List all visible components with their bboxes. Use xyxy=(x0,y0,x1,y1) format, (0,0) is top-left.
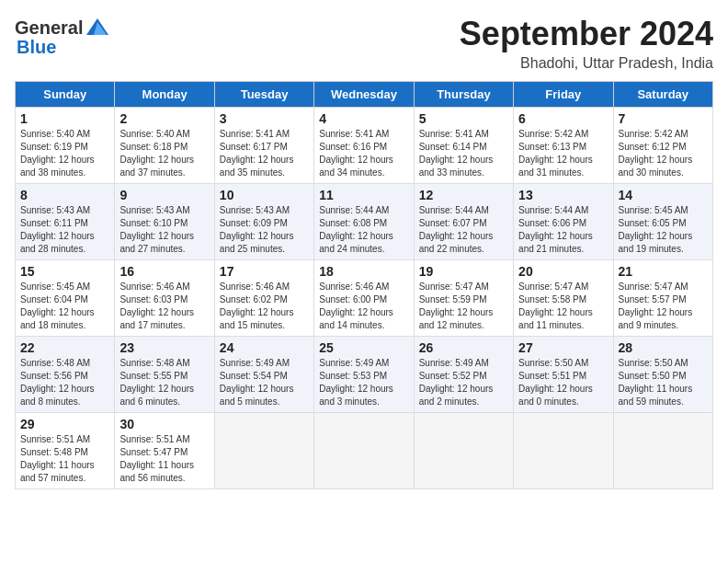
day-number: 22 xyxy=(20,340,109,355)
calendar-cell xyxy=(613,413,712,489)
calendar-header-sunday: Sunday xyxy=(16,82,115,108)
calendar-row-5: 29Sunrise: 5:51 AM Sunset: 5:48 PM Dayli… xyxy=(16,413,713,489)
day-number: 29 xyxy=(20,417,109,431)
calendar-cell: 12Sunrise: 5:44 AM Sunset: 6:07 PM Dayli… xyxy=(414,184,513,260)
day-number: 8 xyxy=(20,188,109,202)
day-number: 7 xyxy=(619,111,708,126)
calendar-cell: 7Sunrise: 5:42 AM Sunset: 6:12 PM Daylig… xyxy=(613,108,712,184)
day-info: Sunrise: 5:51 AM Sunset: 5:47 PM Dayligh… xyxy=(119,433,209,485)
calendar-cell: 20Sunrise: 5:47 AM Sunset: 5:58 PM Dayli… xyxy=(514,260,613,337)
day-number: 23 xyxy=(119,340,209,355)
day-info: Sunrise: 5:43 AM Sunset: 6:10 PM Dayligh… xyxy=(119,204,209,256)
calendar-cell: 28Sunrise: 5:50 AM Sunset: 5:50 PM Dayli… xyxy=(613,337,712,413)
day-number: 26 xyxy=(419,340,508,355)
day-number: 16 xyxy=(119,264,209,279)
calendar-cell: 18Sunrise: 5:46 AM Sunset: 6:00 PM Dayli… xyxy=(314,260,414,337)
day-number: 1 xyxy=(20,111,109,126)
day-info: Sunrise: 5:42 AM Sunset: 6:12 PM Dayligh… xyxy=(619,128,708,179)
calendar-row-4: 22Sunrise: 5:48 AM Sunset: 5:56 PM Dayli… xyxy=(16,337,713,413)
day-number: 14 xyxy=(619,188,708,202)
day-info: Sunrise: 5:44 AM Sunset: 6:08 PM Dayligh… xyxy=(319,204,408,256)
day-info: Sunrise: 5:47 AM Sunset: 5:57 PM Dayligh… xyxy=(619,281,708,332)
day-info: Sunrise: 5:46 AM Sunset: 6:03 PM Dayligh… xyxy=(119,281,209,332)
day-info: Sunrise: 5:44 AM Sunset: 6:07 PM Dayligh… xyxy=(419,204,508,256)
day-number: 10 xyxy=(220,188,309,202)
day-number: 17 xyxy=(220,264,309,279)
day-number: 28 xyxy=(619,340,708,355)
day-info: Sunrise: 5:51 AM Sunset: 5:48 PM Dayligh… xyxy=(20,433,109,485)
calendar-cell: 8Sunrise: 5:43 AM Sunset: 6:11 PM Daylig… xyxy=(16,184,115,260)
calendar-table: SundayMondayTuesdayWednesdayThursdayFrid… xyxy=(15,81,713,489)
day-number: 21 xyxy=(619,264,708,279)
day-info: Sunrise: 5:48 AM Sunset: 5:55 PM Dayligh… xyxy=(119,357,209,408)
calendar-cell: 21Sunrise: 5:47 AM Sunset: 5:57 PM Dayli… xyxy=(613,260,712,337)
day-info: Sunrise: 5:45 AM Sunset: 6:05 PM Dayligh… xyxy=(619,204,708,256)
calendar-header-saturday: Saturday xyxy=(613,82,712,108)
day-info: Sunrise: 5:45 AM Sunset: 6:04 PM Dayligh… xyxy=(20,281,109,332)
calendar-cell xyxy=(214,413,313,489)
day-number: 15 xyxy=(20,264,109,279)
calendar-cell: 27Sunrise: 5:50 AM Sunset: 5:51 PM Dayli… xyxy=(514,337,613,413)
calendar-cell: 2Sunrise: 5:40 AM Sunset: 6:18 PM Daylig… xyxy=(115,108,214,184)
day-info: Sunrise: 5:50 AM Sunset: 5:50 PM Dayligh… xyxy=(619,357,708,408)
calendar-header-thursday: Thursday xyxy=(414,82,513,108)
day-info: Sunrise: 5:46 AM Sunset: 6:00 PM Dayligh… xyxy=(319,281,408,332)
calendar-cell xyxy=(414,413,513,489)
day-number: 2 xyxy=(119,111,209,126)
day-info: Sunrise: 5:41 AM Sunset: 6:14 PM Dayligh… xyxy=(419,128,508,179)
day-info: Sunrise: 5:49 AM Sunset: 5:53 PM Dayligh… xyxy=(319,357,408,408)
day-info: Sunrise: 5:41 AM Sunset: 6:16 PM Dayligh… xyxy=(319,128,408,179)
calendar-header-friday: Friday xyxy=(514,82,613,108)
day-info: Sunrise: 5:49 AM Sunset: 5:52 PM Dayligh… xyxy=(419,357,508,408)
calendar-cell: 22Sunrise: 5:48 AM Sunset: 5:56 PM Dayli… xyxy=(16,337,115,413)
month-title: September 2024 xyxy=(460,15,713,53)
calendar-header-monday: Monday xyxy=(115,82,214,108)
day-info: Sunrise: 5:43 AM Sunset: 6:11 PM Dayligh… xyxy=(20,204,109,256)
calendar-cell: 6Sunrise: 5:42 AM Sunset: 6:13 PM Daylig… xyxy=(514,108,613,184)
day-info: Sunrise: 5:40 AM Sunset: 6:18 PM Dayligh… xyxy=(119,128,209,179)
day-number: 12 xyxy=(419,188,508,202)
logo-general-text: General xyxy=(15,17,83,39)
calendar-cell: 19Sunrise: 5:47 AM Sunset: 5:59 PM Dayli… xyxy=(414,260,513,337)
location-title: Bhadohi, Uttar Pradesh, India xyxy=(460,55,713,72)
day-number: 3 xyxy=(220,111,309,126)
logo: General Blue xyxy=(15,15,110,58)
calendar-cell: 17Sunrise: 5:46 AM Sunset: 6:02 PM Dayli… xyxy=(214,260,313,337)
calendar-cell: 23Sunrise: 5:48 AM Sunset: 5:55 PM Dayli… xyxy=(115,337,214,413)
calendar-cell: 30Sunrise: 5:51 AM Sunset: 5:47 PM Dayli… xyxy=(115,413,214,489)
day-number: 20 xyxy=(518,264,608,279)
logo-blue-text: Blue xyxy=(17,37,56,58)
calendar-cell xyxy=(514,413,613,489)
calendar-cell: 4Sunrise: 5:41 AM Sunset: 6:16 PM Daylig… xyxy=(314,108,414,184)
day-info: Sunrise: 5:43 AM Sunset: 6:09 PM Dayligh… xyxy=(220,204,309,256)
day-info: Sunrise: 5:41 AM Sunset: 6:17 PM Dayligh… xyxy=(220,128,309,179)
day-info: Sunrise: 5:40 AM Sunset: 6:19 PM Dayligh… xyxy=(20,128,109,179)
day-number: 18 xyxy=(319,264,408,279)
calendar-cell: 15Sunrise: 5:45 AM Sunset: 6:04 PM Dayli… xyxy=(16,260,115,337)
day-info: Sunrise: 5:47 AM Sunset: 5:58 PM Dayligh… xyxy=(518,281,608,332)
day-number: 9 xyxy=(119,188,209,202)
calendar-cell: 9Sunrise: 5:43 AM Sunset: 6:10 PM Daylig… xyxy=(115,184,214,260)
calendar-cell xyxy=(314,413,414,489)
calendar-row-1: 1Sunrise: 5:40 AM Sunset: 6:19 PM Daylig… xyxy=(16,108,713,184)
day-number: 24 xyxy=(220,340,309,355)
calendar-cell: 5Sunrise: 5:41 AM Sunset: 6:14 PM Daylig… xyxy=(414,108,513,184)
title-section: September 2024 Bhadohi, Uttar Pradesh, I… xyxy=(460,15,713,72)
day-info: Sunrise: 5:44 AM Sunset: 6:06 PM Dayligh… xyxy=(518,204,608,256)
calendar-header-wednesday: Wednesday xyxy=(314,82,414,108)
day-number: 13 xyxy=(518,188,608,202)
calendar-cell: 25Sunrise: 5:49 AM Sunset: 5:53 PM Dayli… xyxy=(314,337,414,413)
day-number: 30 xyxy=(119,417,209,431)
day-number: 5 xyxy=(419,111,508,126)
calendar-header-row: SundayMondayTuesdayWednesdayThursdayFrid… xyxy=(16,82,713,108)
logo-icon xyxy=(85,15,110,40)
calendar-cell: 13Sunrise: 5:44 AM Sunset: 6:06 PM Dayli… xyxy=(514,184,613,260)
calendar-cell: 14Sunrise: 5:45 AM Sunset: 6:05 PM Dayli… xyxy=(613,184,712,260)
day-info: Sunrise: 5:42 AM Sunset: 6:13 PM Dayligh… xyxy=(518,128,608,179)
calendar-cell: 16Sunrise: 5:46 AM Sunset: 6:03 PM Dayli… xyxy=(115,260,214,337)
day-number: 11 xyxy=(319,188,408,202)
day-number: 4 xyxy=(319,111,408,126)
day-number: 19 xyxy=(419,264,508,279)
day-number: 25 xyxy=(319,340,408,355)
calendar-cell: 10Sunrise: 5:43 AM Sunset: 6:09 PM Dayli… xyxy=(214,184,313,260)
